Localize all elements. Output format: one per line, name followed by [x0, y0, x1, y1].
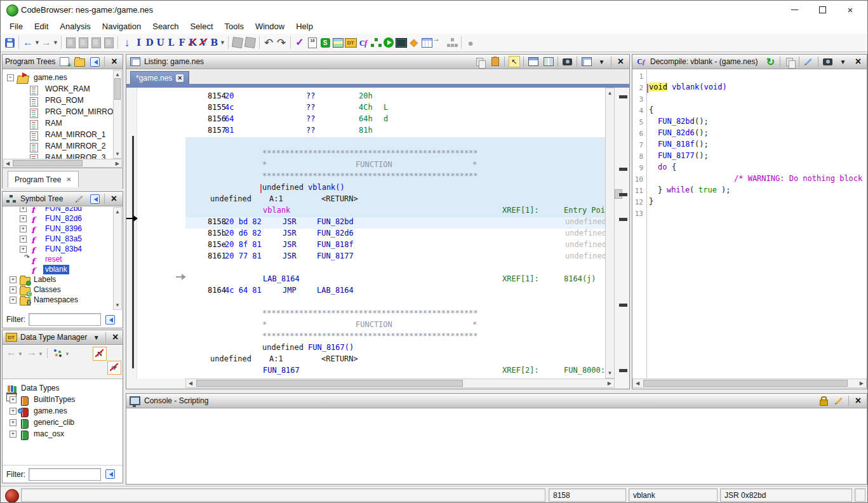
- toolbar-graph-icon[interactable]: [370, 36, 382, 50]
- dtm-back-icon[interactable]: ←: [6, 347, 17, 358]
- program-tree-hscrollbar[interactable]: ◀ ▶: [3, 159, 122, 168]
- edit-fields-icon[interactable]: [527, 56, 539, 68]
- tree-item-builtintypes[interactable]: +BuiltInTypes: [3, 394, 122, 405]
- menu-item-file[interactable]: File: [4, 20, 28, 32]
- expander-icon[interactable]: +: [10, 408, 17, 415]
- decompile-hscrollbar[interactable]: ◀ ▶: [632, 379, 867, 388]
- paste-icon[interactable]: [489, 56, 501, 68]
- tab-close-icon[interactable]: ✕: [176, 74, 184, 82]
- toolbar-merge-icon[interactable]: [446, 36, 458, 50]
- menu-item-window[interactable]: Window: [250, 20, 290, 32]
- dropdown-caret-icon[interactable]: ▼: [34, 36, 40, 50]
- toolbar-circle-icon[interactable]: ●: [464, 36, 477, 50]
- expander-icon[interactable]: +: [10, 286, 17, 293]
- menu-item-analysis[interactable]: Analysis: [55, 20, 95, 32]
- snapshot-icon[interactable]: [561, 56, 573, 68]
- close-panel-icon[interactable]: ×: [109, 332, 121, 344]
- tab-close-icon[interactable]: ✕: [66, 176, 71, 183]
- decompile-line[interactable]: FUN_82d6();: [649, 128, 867, 140]
- panel-menu-caret-icon[interactable]: ▼: [90, 332, 102, 344]
- toolbar-redo-icon[interactable]: ↷: [275, 36, 288, 50]
- menu-item-navigation[interactable]: Navigation: [97, 20, 146, 32]
- expander-icon[interactable]: +: [20, 246, 27, 253]
- toolbar-table-icon[interactable]: [420, 36, 433, 50]
- listing-vscrollbar[interactable]: ▲ ▼: [605, 88, 615, 379]
- dropdown-caret-icon[interactable]: ▼: [38, 351, 43, 357]
- tree-item-fun-82d6[interactable]: +fFUN_82d6: [3, 213, 113, 224]
- tree-item-fun-83b4[interactable]: +fFUN_83b4: [3, 244, 113, 254]
- listing-line[interactable]: 815820 bd 82JSRFUN_82bdundefined: [185, 217, 605, 229]
- data-type-manager-header[interactable]: DT Data Type Manager ▼ ×: [3, 330, 123, 345]
- listing-line[interactable]: FUN_8167XREF[2]:FUN_8000:80: [185, 366, 605, 377]
- toolbar-letter-k-icon[interactable]: K: [187, 36, 198, 50]
- tree-item-mac-osx[interactable]: +mac_osx: [3, 429, 122, 439]
- toolbar-pg2-icon[interactable]: [77, 36, 90, 50]
- snapshot-icon[interactable]: [822, 56, 834, 68]
- decompile-line[interactable]: }while(true);: [649, 185, 867, 197]
- listing-line[interactable]: [185, 263, 605, 274]
- listing-display-icon[interactable]: [580, 56, 592, 68]
- toolbar-memg2-icon[interactable]: [244, 36, 257, 50]
- tree-item-game-nes[interactable]: +✓game.nes: [3, 406, 122, 416]
- copy-icon[interactable]: [474, 56, 486, 68]
- toolbar-memmap-icon[interactable]: [331, 36, 344, 50]
- close-panel-icon[interactable]: ×: [615, 56, 627, 68]
- close-panel-icon[interactable]: ×: [108, 193, 120, 205]
- close-panel-icon[interactable]: ×: [108, 56, 120, 68]
- toolbar-letter-b-icon[interactable]: B: [209, 36, 220, 50]
- tree-item-labels[interactable]: +Labels: [3, 274, 113, 285]
- tree-item-ram[interactable]: RAM: [3, 118, 113, 128]
- listing-line[interactable]: 815e20 8f 81JSRFUN_818fundefined: [185, 240, 605, 251]
- marker-margin[interactable]: [615, 88, 629, 379]
- tree-item-data-types[interactable]: Data Types: [3, 383, 122, 393]
- expander-icon[interactable]: +: [20, 236, 27, 243]
- minimize-button[interactable]: [780, 1, 808, 19]
- decompile-line[interactable]: FUN_8177();: [649, 151, 867, 163]
- toolbar-pg4-icon[interactable]: [102, 36, 115, 50]
- toolbar-letter-u-icon[interactable]: U: [155, 36, 166, 50]
- toolbar-back-icon[interactable]: ←: [22, 36, 34, 50]
- dtm-forward-icon[interactable]: →: [27, 347, 37, 358]
- tree-item-classes[interactable]: +CClasses: [3, 285, 113, 295]
- listing-header[interactable]: Listing: game.nes ↖ ▼ ×: [126, 55, 629, 69]
- expander-icon[interactable]: +: [10, 276, 17, 283]
- dropdown-caret-icon[interactable]: ▼: [18, 351, 23, 357]
- tree-item-ram-mirror-2[interactable]: RAM_MIRROR_2: [3, 141, 113, 151]
- expander-icon[interactable]: +: [20, 225, 27, 232]
- toolbar-play-icon[interactable]: [382, 36, 395, 50]
- filter-icon[interactable]: [89, 193, 101, 205]
- toolbar-letter-d-icon[interactable]: D: [144, 36, 155, 50]
- menu-item-search[interactable]: Search: [147, 20, 184, 32]
- diff-view-icon[interactable]: [542, 56, 554, 68]
- listing-line[interactable]: ****************************************…: [185, 309, 605, 320]
- toolbar-letter-f-icon[interactable]: F: [177, 36, 187, 50]
- cursor-location-icon[interactable]: ↖: [508, 56, 520, 68]
- listing-line[interactable]: undefinedFUN_8167(): [185, 343, 605, 354]
- tree-item-fun-83a5[interactable]: +fFUN_83a5: [3, 234, 113, 244]
- toolbar-fwd-icon[interactable]: →: [40, 36, 53, 50]
- close-panel-icon[interactable]: ×: [852, 56, 864, 68]
- toolbar-chip-icon[interactable]: [395, 36, 408, 50]
- dropdown-caret-icon[interactable]: ▼: [596, 56, 608, 68]
- edit-pencil-icon[interactable]: [803, 56, 815, 68]
- decompile-line[interactable]: {: [649, 105, 867, 117]
- expander-icon[interactable]: +: [10, 419, 17, 426]
- toolbar-pg3-icon[interactable]: [90, 36, 102, 50]
- toolbar-letter-l-icon[interactable]: L: [166, 36, 177, 50]
- filter-icon[interactable]: [89, 56, 101, 68]
- filter-settings-icon[interactable]: [104, 314, 116, 326]
- close-panel-icon[interactable]: ×: [852, 395, 864, 407]
- clear-console-icon[interactable]: [833, 395, 845, 407]
- expander-icon[interactable]: +: [20, 215, 27, 222]
- scroll-lock-icon[interactable]: [818, 395, 830, 407]
- dropdown-caret-icon[interactable]: ▼: [220, 36, 225, 50]
- decompile-line[interactable]: FUN_82bd();: [649, 117, 867, 128]
- pointer-filter-toggle-icon[interactable]: ☞: [107, 361, 121, 375]
- expander-icon[interactable]: −: [7, 74, 14, 81]
- copy-icon[interactable]: [784, 56, 796, 68]
- dtm-filter-input[interactable]: [29, 468, 101, 481]
- expander-icon[interactable]: +: [10, 297, 17, 304]
- toolbar-godown-icon[interactable]: ↓: [121, 36, 133, 50]
- toolbar-letter-i-icon[interactable]: I: [133, 36, 144, 50]
- tree-item-ram-mirror-1[interactable]: RAM_MIRROR_1: [3, 130, 113, 140]
